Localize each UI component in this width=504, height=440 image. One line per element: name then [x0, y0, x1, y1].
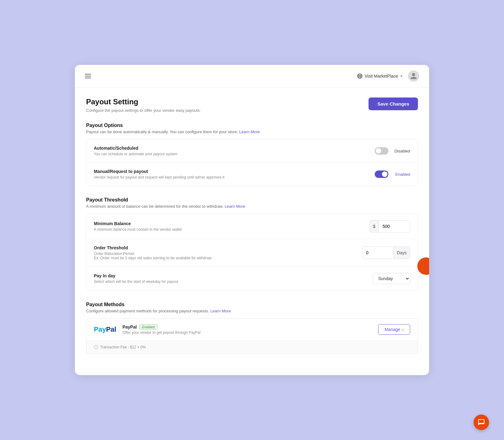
automatic-option-info: Automatic/Scheduled You can schedule or … [94, 146, 177, 156]
manual-toggle[interactable] [375, 170, 388, 178]
info-icon: i [94, 345, 98, 349]
manual-option-desc: Vendor request for payout and request wi… [94, 175, 224, 179]
main-content: Payout Setting Configure the payout sett… [75, 88, 429, 375]
automatic-option-desc: You can schedule or automate your payout… [94, 152, 177, 156]
manual-option-label: Manual/Request to payout [94, 169, 224, 174]
minimum-balance-row: Minimum Balance A minimum balance must c… [86, 214, 418, 239]
user-avatar[interactable] [408, 70, 419, 82]
paypal-enabled-badge: Enabled [139, 324, 157, 330]
payout-options-learn-more[interactable]: Learn More [239, 129, 260, 134]
payout-threshold-section: Payout Threshold A minimum amount of bal… [86, 197, 418, 291]
payout-options-desc: Payout can be done automatically & manua… [86, 129, 418, 134]
paypal-manage-button[interactable]: Manage › [378, 324, 410, 335]
manual-option-info: Manual/Request to payout Vendor request … [94, 169, 224, 179]
pay-in-day-label: Pay In day [94, 273, 178, 278]
payout-threshold-card: Minimum Balance A minimum balance must c… [86, 214, 418, 291]
order-threshold-row: Order Threshold Order Maturation Period.… [86, 239, 418, 267]
chat-icon [478, 419, 485, 426]
transaction-fee-text: Transaction Fee : $12 + 0% [100, 345, 146, 349]
transaction-fee-row: i Transaction Fee : $12 + 0% [86, 341, 418, 354]
header-left [85, 74, 91, 78]
order-threshold-input[interactable] [362, 247, 393, 259]
paypal-info: PayPal Enabled Offer your vendor to get … [122, 324, 200, 335]
order-threshold-info: Order Threshold Order Maturation Period.… [94, 245, 212, 260]
page-title-section: Payout Setting Configure the payout sett… [86, 98, 418, 113]
order-threshold-label: Order Threshold [94, 245, 212, 250]
avatar-icon [410, 72, 417, 80]
paypal-logo-pay: Pay [94, 325, 106, 333]
order-threshold-desc: Order Maturation Period. Ex. Order must … [94, 252, 212, 260]
manual-toggle-slider [375, 170, 388, 178]
globe-icon [357, 73, 363, 79]
page-title-block: Payout Setting Configure the payout sett… [86, 98, 201, 113]
automatic-toggle[interactable] [375, 147, 388, 155]
manual-option-row: Manual/Request to payout Vendor request … [86, 163, 418, 186]
payout-threshold-learn-more[interactable]: Learn More [225, 204, 245, 209]
app-header: Visit MarketPlace ▼ [75, 65, 429, 88]
payout-methods-learn-more[interactable]: Learn More [210, 309, 231, 313]
dollar-prefix: $ [370, 220, 379, 232]
paypal-desc: Offer your vendor to get payout through … [122, 330, 200, 335]
automatic-option-label: Automatic/Scheduled [94, 146, 177, 151]
paypal-name: PayPal [122, 324, 137, 329]
minimum-balance-input[interactable] [379, 220, 410, 232]
paypal-card: PayPal PayPal Enabled Offer your vendor … [86, 318, 418, 354]
pay-in-day-info: Pay In day Select which will be the star… [94, 273, 178, 284]
payout-methods-section: Payout Methods Configure allowed payment… [86, 302, 418, 354]
visit-marketplace-button[interactable]: Visit MarketPlace ▼ [357, 73, 403, 79]
pay-in-day-desc: Select which will be the start of weekda… [94, 279, 178, 284]
hamburger-menu-icon[interactable] [85, 74, 91, 78]
manual-option-control: Enabled [375, 170, 410, 178]
chat-button[interactable] [474, 415, 489, 430]
minimum-balance-label: Minimum Balance [94, 221, 182, 226]
order-threshold-input-group: Days [362, 247, 410, 259]
days-suffix: Days [393, 247, 410, 259]
automatic-toggle-slider [375, 147, 388, 155]
paypal-row: PayPal PayPal Enabled Offer your vendor … [86, 319, 418, 341]
automatic-option-row: Automatic/Scheduled You can schedule or … [86, 139, 418, 163]
pay-in-day-row: Pay In day Select which will be the star… [86, 267, 418, 290]
automatic-status-text: Disabled [392, 149, 410, 153]
manage-label: Manage [385, 327, 401, 332]
header-right: Visit MarketPlace ▼ [357, 70, 419, 82]
paypal-name-row: PayPal Enabled [122, 324, 200, 330]
payout-options-card: Automatic/Scheduled You can schedule or … [86, 139, 418, 186]
payout-options-title: Payout Options [86, 123, 418, 128]
pay-in-day-select[interactable]: Sunday Monday Tuesday Wednesday Thursday… [373, 273, 410, 284]
save-changes-button[interactable]: Save Changes [369, 98, 418, 110]
chevron-right-icon: › [402, 327, 404, 332]
payout-options-section: Payout Options Payout can be done automa… [86, 123, 418, 186]
paypal-logo: PayPal [94, 325, 116, 333]
chevron-down-icon: ▼ [400, 75, 403, 78]
paypal-logo-pal: Pal [106, 325, 116, 333]
page-subtitle: Configure the payout settings to offer y… [86, 108, 201, 113]
minimum-balance-info: Minimum Balance A minimum balance must c… [94, 221, 182, 232]
manual-status-text: Enabled [392, 172, 410, 177]
payout-methods-title: Payout Methods [86, 302, 418, 307]
visit-marketplace-label: Visit MarketPlace [364, 74, 398, 79]
page-title: Payout Setting [86, 98, 201, 106]
payout-methods-desc: Configure allowed payment methods for pr… [86, 309, 418, 313]
paypal-left: PayPal PayPal Enabled Offer your vendor … [94, 324, 200, 335]
automatic-option-control: Disabled [375, 147, 410, 155]
payout-threshold-title: Payout Threshold [86, 197, 418, 203]
minimum-balance-input-group: $ [369, 220, 410, 233]
payout-threshold-desc: A minimum amount of balance can be deter… [86, 204, 418, 209]
minimum-balance-desc: A minimum balance must contain in the ve… [94, 227, 182, 232]
